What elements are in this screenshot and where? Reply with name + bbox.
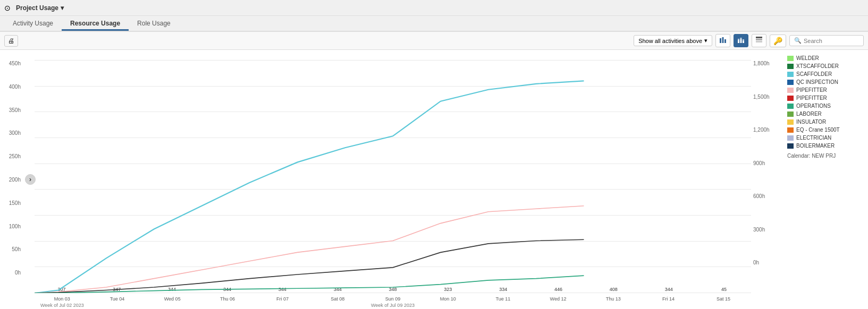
legend-label: PIPEFITTER <box>796 95 827 101</box>
legend-item: SCAFFOLDER <box>787 71 864 77</box>
x-label: Sun 09 <box>365 296 420 302</box>
bar-total-label: 348 <box>389 287 397 292</box>
week-label <box>90 303 145 308</box>
svg-rect-0 <box>720 38 721 43</box>
bar-total-label: 347 <box>113 287 121 292</box>
top-bar: ⊙ Project Usage ▾ <box>0 0 868 16</box>
print-button[interactable]: 🖨 <box>4 35 18 47</box>
week-labels: Week of Jul 02 2023Week of Jul 09 2023 <box>35 303 751 308</box>
legend-color <box>787 88 794 93</box>
week-label <box>200 303 255 308</box>
x-label: Wed 12 <box>530 296 586 302</box>
y-right-label: 1,200h <box>753 127 770 160</box>
x-label: Tue 04 <box>90 296 145 302</box>
tab-resource[interactable]: Resource Usage <box>62 18 129 31</box>
legend-item: XTSCAFFOLDER <box>787 63 864 69</box>
x-label: Tue 11 <box>476 296 531 302</box>
svg-rect-10 <box>756 39 762 40</box>
svg-rect-6 <box>740 38 742 39</box>
legend-color <box>787 64 794 69</box>
stacked-chart-icon <box>737 36 745 44</box>
nav-prev-arrow[interactable]: › <box>25 174 36 185</box>
legend-label: LABORER <box>796 111 822 117</box>
y-right-label: 1,800h <box>753 61 770 94</box>
svg-rect-1 <box>722 37 724 43</box>
week-label <box>145 303 200 308</box>
tab-bar: Activity Usage Resource Usage Role Usage <box>0 16 868 32</box>
svg-rect-4 <box>738 39 739 40</box>
chevron-down-icon: ▾ <box>704 37 707 44</box>
y-right-label: 900h <box>753 160 765 194</box>
y-right-label: 300h <box>753 227 765 260</box>
legend-color <box>787 119 794 125</box>
table-button[interactable] <box>752 34 766 47</box>
legend-item: QC INSPECTION <box>787 79 864 85</box>
week-label <box>476 303 531 308</box>
search-box[interactable]: 🔍 <box>789 35 864 46</box>
legend-color <box>787 111 794 117</box>
project-usage-dropdown[interactable]: Project Usage ▾ <box>13 3 67 13</box>
y-left-label: 450h <box>9 61 21 84</box>
bar-group[interactable]: 344 <box>200 287 255 293</box>
bar-total-label: 344 <box>665 287 673 292</box>
legend-color <box>787 143 794 149</box>
bar-total-label: 323 <box>444 287 452 292</box>
week-label: Week of Jul 02 2023 <box>35 303 90 308</box>
bar-chart-icon <box>719 36 727 44</box>
bar-group[interactable]: 307 <box>35 287 89 293</box>
legend-color <box>787 96 794 101</box>
bar-group[interactable]: 344 <box>642 287 696 293</box>
tab-role[interactable]: Role Usage <box>129 18 179 31</box>
bar-group[interactable]: 323 <box>421 287 475 293</box>
tab-activity[interactable]: Activity Usage <box>4 18 62 31</box>
legend-item: EQ - Crane 1500T <box>787 127 864 133</box>
y-left-label: 50h <box>12 246 21 270</box>
legend-label: BOILERMAKER <box>796 143 835 149</box>
show-activities-dropdown[interactable]: Show all activities above ▾ <box>634 35 712 46</box>
svg-rect-8 <box>743 39 744 41</box>
legend-item: INSULATOR <box>787 119 864 125</box>
legend-item: ELECTRICIAN <box>787 135 864 141</box>
chart-area: 0h50h100h150h200h250h300h350h400h450h › … <box>0 50 868 309</box>
bar-group[interactable]: 344 <box>145 287 199 293</box>
stacked-chart-button[interactable] <box>734 34 748 47</box>
x-label: Fri 07 <box>255 296 310 302</box>
legend-color <box>787 72 794 77</box>
svg-rect-7 <box>743 41 744 43</box>
project-usage-label: Project Usage <box>16 4 58 12</box>
bar-total-label: 446 <box>554 287 562 292</box>
bar-chart-button[interactable] <box>715 34 730 47</box>
bar-total-label: 344 <box>168 287 176 292</box>
bar-group[interactable]: 344 <box>255 287 309 293</box>
bar-total-label: 344 <box>279 287 286 292</box>
y-left-label: 400h <box>9 84 21 107</box>
legend-item: LABORER <box>787 111 864 117</box>
x-label: Wed 05 <box>145 296 200 302</box>
legend-color <box>787 127 794 133</box>
key-button[interactable]: 🔑 <box>770 35 786 47</box>
calendar-label: Calendar: NEW PRJ <box>787 153 864 159</box>
y-left-label: 200h <box>9 177 21 200</box>
y-left-label: 300h <box>9 130 21 153</box>
y-left-label: 150h <box>9 200 21 224</box>
week-label <box>696 303 751 308</box>
bar-group[interactable]: 348 <box>366 287 420 293</box>
bar-total-label: 408 <box>610 287 618 292</box>
x-label: Mon 10 <box>420 296 476 302</box>
bar-group[interactable]: 408 <box>586 287 641 293</box>
bar-group[interactable]: 347 <box>90 287 144 293</box>
legend-color <box>787 135 794 141</box>
legend-label: INSULATOR <box>796 119 826 125</box>
chart-main: › 30734734434434434434832333444640834445… <box>24 50 751 309</box>
bar-total-label: 334 <box>499 287 507 292</box>
svg-rect-9 <box>756 37 762 38</box>
bar-group[interactable]: 45 <box>697 287 751 293</box>
search-input[interactable] <box>804 38 859 44</box>
bar-group[interactable]: 344 <box>310 287 365 293</box>
legend-item: WELDER <box>787 55 864 61</box>
bar-group[interactable]: 334 <box>476 287 530 293</box>
bar-group[interactable]: 446 <box>532 287 586 293</box>
y-left-label: 100h <box>9 224 21 247</box>
toolbar: 🖨 Show all activities above ▾ <box>0 32 868 50</box>
legend-label: EQ - Crane 1500T <box>796 127 840 133</box>
